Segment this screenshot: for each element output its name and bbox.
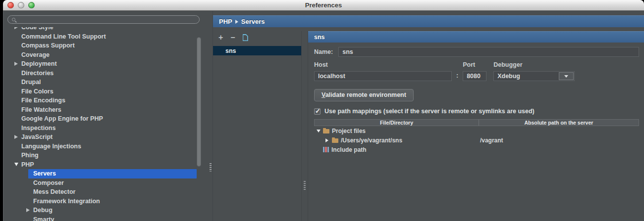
use-path-mappings-label: Use path mappings (select if the server … [324,108,535,115]
sidebar-item-google-app-engine-for-php[interactable]: Google App Engine for PHP [7,114,209,124]
zoom-button[interactable] [28,2,35,8]
sidebar-item-directories[interactable]: Directories [7,69,209,78]
splitter-grip-icon [304,181,306,191]
breadcrumb-item-servers[interactable]: Servers [241,18,265,25]
scrollbar-thumb[interactable] [197,37,201,167]
sidebar-item-label: Google App Engine for PHP [21,115,103,122]
sidebar-item-deployment[interactable]: Deployment [7,59,209,69]
name-label: Name: [314,48,333,55]
breadcrumb-item-php[interactable]: PHP [219,18,232,25]
sidebar-item-label: Coverage [21,51,50,58]
chevron-down-icon [564,75,568,78]
sidebar-item-composer[interactable]: Composer [7,178,209,188]
remove-server-button[interactable]: − [230,34,235,42]
use-path-mappings-checkbox[interactable] [314,108,321,115]
sidebar-item-file-colors[interactable]: File Colors [7,87,209,96]
debugger-dropdown-button[interactable] [559,72,574,80]
chevron-right-icon[interactable] [14,62,18,66]
sidebar-item-php[interactable]: PHP [7,160,209,170]
sidebar-item-label: Debug [33,207,53,214]
folder-icon [332,138,338,143]
debugger-selected-value: Xdebug [494,72,558,81]
chevron-down-icon[interactable] [317,130,321,133]
search-input[interactable] [18,17,195,23]
sidebar-item-drupal[interactable]: Drupal [7,78,209,87]
preferences-window: Preferences Code Style Command Line Tool… [3,0,644,221]
port-field[interactable] [463,71,486,81]
include-path-icon [323,147,329,152]
chevron-right-icon[interactable] [14,135,18,139]
chevron-right-icon[interactable] [325,138,328,142]
chevron-down-icon[interactable] [14,163,18,166]
host-label: Host [314,61,452,68]
server-detail-splitter[interactable] [301,31,308,221]
absolute-path-cell[interactable]: /vagrant [479,137,639,144]
server-list-pane: + − sns [213,31,301,221]
file-directory-cell: Include path [331,146,367,153]
sidebar-item-code-style[interactable]: Code Style [7,27,209,32]
sidebar-item-label: Smarty [33,216,54,221]
sidebar-item-label: Language Injections [21,143,81,150]
validate-remote-environment-button[interactable]: Validate remote environment [314,89,414,101]
chevron-right-icon[interactable] [14,27,18,29]
sidebar-item-label: Directories [21,70,54,77]
add-server-button[interactable]: + [218,34,223,42]
server-detail-pane: sns Name: Host : [308,31,644,221]
title-bar: Preferences [3,0,644,11]
sidebar-item-coverage[interactable]: Coverage [7,50,209,60]
file-directory-cell: /Users/ye/vagrant/sns [341,137,402,144]
settings-sidebar: Code Style Command Line Tool Support Com… [3,11,209,221]
server-item-label: sns [225,47,236,54]
sidebar-item-file-encodings[interactable]: File Encodings [7,96,209,105]
table-row-project-files[interactable]: Project files [314,126,639,135]
column-header-file-directory[interactable]: File/Directory [315,120,479,126]
sidebar-item-label: File Colors [21,88,54,95]
path-mappings-table: File/Directory Absolute path on the serv… [314,119,639,154]
sidebar-item-compass-support[interactable]: Compass Support [7,41,209,50]
debugger-select[interactable]: Xdebug [493,71,575,81]
chevron-right-icon[interactable] [26,208,30,212]
sidebar-item-mess-detector[interactable]: Mess Detector [7,187,209,197]
sidebar-item-label: Servers [33,170,56,177]
splitter-grip-icon [210,163,212,172]
sidebar-item-label: Inspections [21,125,55,132]
sidebar-scrollbar[interactable] [197,37,201,167]
copy-server-button[interactable] [243,34,248,41]
debugger-label: Debugger [493,61,575,68]
sidebar-item-phing[interactable]: Phing [7,151,209,160]
sidebar-item-servers[interactable]: Servers [28,169,197,178]
table-row-vagrant-mapping[interactable]: /Users/ye/vagrant/sns /vagrant [314,135,639,145]
sidebar-item-language-injections[interactable]: Language Injections [7,142,209,151]
breadcrumb: PHP Servers [213,15,644,27]
sidebar-item-label: Composer [33,179,64,186]
sidebar-item-smarty[interactable]: Smarty [7,215,209,221]
sidebar-splitter[interactable] [209,11,213,221]
minimize-button[interactable] [18,2,24,8]
sidebar-item-label: JavaScript [21,133,53,140]
port-label: Port [463,61,486,68]
host-port-colon: : [456,72,458,79]
sidebar-item-framework-integration[interactable]: Framework Integration [7,197,209,206]
sidebar-item-label: Code Style [21,27,54,31]
server-list-toolbar: + − [213,31,301,44]
sidebar-item-file-watchers[interactable]: File Watchers [7,105,209,115]
sidebar-item-debug[interactable]: Debug [7,206,209,215]
search-icon [12,18,15,21]
file-directory-cell: Project files [332,128,366,134]
sidebar-item-label: File Encodings [21,97,65,104]
name-field[interactable] [338,47,639,57]
sidebar-item-label: Command Line Tool Support [21,33,106,40]
sidebar-item-label: Deployment [21,60,57,67]
close-button[interactable] [7,2,14,8]
sidebar-item-command-line-tool-support[interactable]: Command Line Tool Support [7,32,209,42]
breadcrumb-separator-icon [235,20,238,24]
search-field[interactable] [7,15,200,24]
sidebar-item-label: Mess Detector [33,188,75,195]
sidebar-item-inspections[interactable]: Inspections [7,124,209,133]
column-header-absolute-path[interactable]: Absolute path on the server [479,120,639,126]
host-field[interactable] [314,71,452,81]
sidebar-item-javascript[interactable]: JavaScript [7,133,209,142]
server-list-item-sns[interactable]: sns [213,46,301,55]
table-row-include-path[interactable]: Include path [314,145,639,154]
window-title: Preferences [3,1,644,9]
